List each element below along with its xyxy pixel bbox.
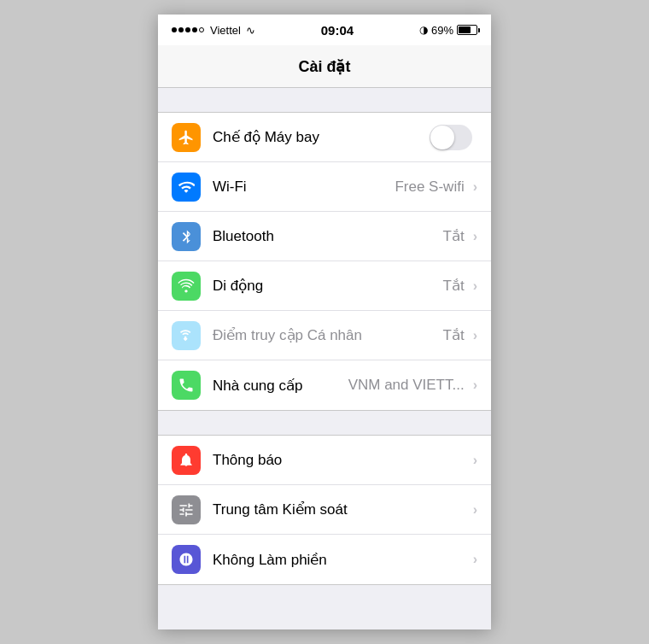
airplane-content: Chế độ Máy bay xyxy=(213,125,477,150)
row-do-not-disturb[interactable]: Không Làm phiền › xyxy=(158,535,491,584)
cellular-content: Di động Tắt › xyxy=(213,277,477,295)
row-airplane[interactable]: Chế độ Máy bay xyxy=(158,113,491,162)
control-center-label: Trung tâm Kiểm soát xyxy=(213,501,348,518)
bluetooth-chevron: › xyxy=(473,229,477,244)
dot3 xyxy=(185,27,190,32)
airplane-toggle[interactable] xyxy=(430,125,472,150)
do-not-disturb-content: Không Làm phiền › xyxy=(213,551,477,569)
hotspot-row-icon xyxy=(172,321,201,350)
notifications-right: › xyxy=(473,453,477,468)
toggle-knob xyxy=(430,126,454,149)
carrier-chevron: › xyxy=(473,378,477,393)
wifi-label: Wi-Fi xyxy=(213,179,247,196)
airplane-icon xyxy=(172,123,201,152)
airplane-label: Chế độ Máy bay xyxy=(213,128,319,146)
carrier-right: VNM and VIETT... › xyxy=(348,377,477,394)
dot4 xyxy=(192,27,197,32)
do-not-disturb-row-icon xyxy=(172,545,201,574)
carrier-value: VNM and VIETT... xyxy=(348,377,465,394)
dot2 xyxy=(178,27,184,32)
signal-dots xyxy=(172,27,204,32)
section-gap-bottom xyxy=(158,585,491,609)
wifi-row-icon xyxy=(172,173,201,202)
battery-percent: 69% xyxy=(431,24,453,37)
row-hotspot[interactable]: Điểm truy cập Cá nhân Tắt › xyxy=(158,311,491,360)
bluetooth-label: Bluetooth xyxy=(213,228,274,245)
control-center-row-icon xyxy=(172,495,201,524)
status-right: ◑ 69% xyxy=(419,24,477,37)
carrier-row-icon xyxy=(172,371,201,400)
battery-fill xyxy=(459,26,471,33)
cellular-value: Tắt xyxy=(443,277,465,295)
bluetooth-right: Tắt › xyxy=(443,227,477,245)
row-bluetooth[interactable]: Bluetooth Tắt › xyxy=(158,212,491,261)
status-left: Viettel ∿ xyxy=(172,24,255,37)
wifi-icon: ∿ xyxy=(246,24,255,37)
cellular-label: Di động xyxy=(213,277,263,295)
hotspot-value: Tắt xyxy=(443,326,465,344)
row-notifications[interactable]: Thông báo › xyxy=(158,436,491,485)
hotspot-right: Tắt › xyxy=(443,326,477,344)
section-gap-middle xyxy=(158,411,491,435)
wifi-value: Free S-wifi xyxy=(395,179,464,196)
row-wifi[interactable]: Wi-Fi Free S-wifi › xyxy=(158,162,491,212)
status-bar: Viettel ∿ 09:04 ◑ 69% xyxy=(158,15,491,45)
notifications-label: Thông báo xyxy=(213,452,282,469)
hotspot-chevron: › xyxy=(473,328,477,343)
do-not-disturb-right: › xyxy=(473,552,477,567)
cellular-right: Tắt › xyxy=(443,277,477,295)
notifications-row-icon xyxy=(172,446,201,475)
section-gap-top xyxy=(158,88,491,112)
battery-indicator xyxy=(457,25,477,35)
wifi-right: Free S-wifi › xyxy=(395,179,477,196)
settings-group-notifications: Thông báo › Trung tâm Kiểm soát › xyxy=(158,435,491,585)
dot1 xyxy=(172,27,177,32)
bluetooth-value: Tắt xyxy=(443,227,465,245)
hotspot-label: Điểm truy cập Cá nhân xyxy=(213,326,362,344)
settings-content: Chế độ Máy bay Wi-Fi Free S-wifi xyxy=(158,88,491,629)
settings-group-connectivity: Chế độ Máy bay Wi-Fi Free S-wifi xyxy=(158,112,491,411)
nav-bar: Cài đặt xyxy=(158,45,491,88)
row-control-center[interactable]: Trung tâm Kiểm soát › xyxy=(158,485,491,535)
notifications-chevron: › xyxy=(473,453,477,468)
carrier-content: Nhà cung cấp VNM and VIETT... › xyxy=(213,377,477,395)
control-center-content: Trung tâm Kiểm soát › xyxy=(213,501,477,518)
location-icon: ◑ xyxy=(419,24,428,36)
page-title: Cài đặt xyxy=(298,57,350,76)
row-carrier[interactable]: Nhà cung cấp VNM and VIETT... › xyxy=(158,360,491,410)
carrier-label: Nhà cung cấp xyxy=(213,377,302,395)
wifi-chevron: › xyxy=(473,179,477,195)
do-not-disturb-chevron: › xyxy=(473,552,477,567)
wifi-content: Wi-Fi Free S-wifi › xyxy=(213,179,477,196)
control-center-right: › xyxy=(473,502,477,518)
notifications-content: Thông báo › xyxy=(213,452,477,469)
cellular-chevron: › xyxy=(473,278,477,294)
cellular-row-icon xyxy=(172,272,201,301)
bluetooth-row-icon xyxy=(172,222,201,251)
control-center-chevron: › xyxy=(473,502,477,518)
phone-frame: Viettel ∿ 09:04 ◑ 69% Cài đặt xyxy=(158,15,491,629)
do-not-disturb-label: Không Làm phiền xyxy=(213,551,327,569)
dot5 xyxy=(199,27,204,32)
bluetooth-content: Bluetooth Tắt › xyxy=(213,227,477,245)
hotspot-content: Điểm truy cập Cá nhân Tắt › xyxy=(213,326,477,344)
carrier-name: Viettel xyxy=(210,24,241,37)
status-time: 09:04 xyxy=(321,23,354,38)
row-cellular[interactable]: Di động Tắt › xyxy=(158,261,491,311)
